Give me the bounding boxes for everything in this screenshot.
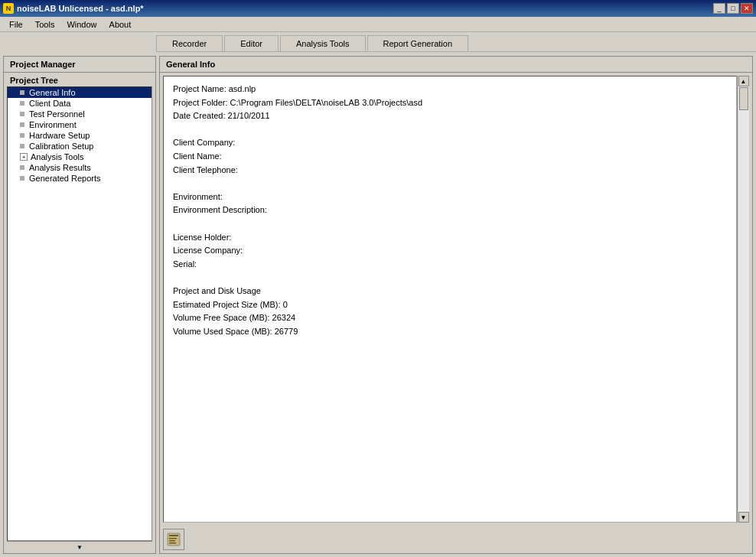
app-icon: N xyxy=(3,3,14,14)
info-line: Project and Disk Usage xyxy=(173,285,727,298)
title-text: noiseLAB Unlicensed - asd.nlp* xyxy=(17,4,144,13)
tree-dot-icon xyxy=(20,144,24,148)
content-area: Project Manager Project Tree General Inf… xyxy=(0,53,756,557)
right-panel: General Info Project Name: asd.nlpProjec… xyxy=(159,56,753,554)
title-left: N noiseLAB Unlicensed - asd.nlp* xyxy=(3,3,144,14)
tree-item[interactable]: Environment xyxy=(8,119,152,130)
info-line: License Holder: xyxy=(173,231,727,245)
info-line: Environment: xyxy=(173,191,727,204)
info-line: Project Name: asd.nlp xyxy=(173,83,727,96)
svg-rect-2 xyxy=(169,538,177,539)
title-buttons: _ □ ✕ xyxy=(713,3,753,14)
info-line: Client Company: xyxy=(173,136,727,150)
info-line: Serial: xyxy=(173,258,727,272)
tree-item-label: Client Data xyxy=(29,99,70,108)
info-line: Volume Used Space (MB): 26779 xyxy=(173,325,727,339)
info-line: License Company: xyxy=(173,244,727,258)
svg-rect-4 xyxy=(169,542,176,544)
info-line: Date Created: 21/10/2011 xyxy=(173,109,727,123)
properties-icon xyxy=(167,533,181,546)
general-info-title: General Info xyxy=(160,57,752,73)
close-button[interactable]: ✕ xyxy=(741,3,753,14)
info-content: Project Name: asd.nlpProject Folder: C:\… xyxy=(163,76,737,523)
scroll-down-btn[interactable]: ▼ xyxy=(738,512,749,523)
properties-button[interactable] xyxy=(163,529,184,550)
maximize-button[interactable]: □ xyxy=(727,3,739,14)
bottom-toolbar xyxy=(160,526,752,553)
info-line: Environment Description: xyxy=(173,204,727,217)
tree-item-label: Test Personnel xyxy=(29,109,85,119)
tree-dot-icon xyxy=(20,112,24,116)
info-line xyxy=(173,177,727,191)
svg-rect-1 xyxy=(169,535,178,536)
tree-item[interactable]: Calibration Setup xyxy=(8,141,152,151)
tab-editor[interactable]: Editor xyxy=(224,35,279,51)
tree-item[interactable]: +Analysis Tools xyxy=(8,151,152,162)
info-line xyxy=(173,123,727,137)
tree-item-label: General Info xyxy=(29,88,76,97)
menu-window[interactable]: Window xyxy=(60,18,103,31)
info-line: Client Telephone: xyxy=(173,164,727,178)
tree-dot-icon xyxy=(20,133,24,138)
tree-dot-icon xyxy=(20,101,24,106)
info-line: Estimated Project Size (MB): 0 xyxy=(173,298,727,312)
info-line: Client Name: xyxy=(173,150,727,164)
info-line xyxy=(173,271,727,285)
info-line: Volume Free Space (MB): 26324 xyxy=(173,311,727,325)
info-line xyxy=(173,217,727,231)
menu-about[interactable]: About xyxy=(103,18,138,31)
tree-item-label: Analysis Results xyxy=(29,163,91,172)
info-scrollbar[interactable]: ▲ ▼ xyxy=(737,76,749,523)
project-manager-header: Project Manager xyxy=(4,57,155,73)
scroll-thumb xyxy=(739,87,748,110)
tree-item[interactable]: Generated Reports xyxy=(8,173,152,184)
info-line: Project Folder: C:\Program Files\DELTA\n… xyxy=(173,96,727,110)
app: Recorder Editor Analysis Tools Report Ge… xyxy=(0,32,756,557)
minimize-button[interactable]: _ xyxy=(713,3,725,14)
project-tree-header: Project Tree xyxy=(4,73,155,86)
tree-item-label: Generated Reports xyxy=(29,174,101,183)
tree-container[interactable]: General InfoClient DataTest PersonnelEnv… xyxy=(7,86,152,541)
tree-item[interactable]: Client Data xyxy=(8,98,152,109)
tree-item[interactable]: Analysis Results xyxy=(8,162,152,173)
tree-dot-icon xyxy=(20,176,24,181)
title-bar: N noiseLAB Unlicensed - asd.nlp* _ □ ✕ xyxy=(0,0,756,17)
info-content-wrapper: Project Name: asd.nlpProject Folder: C:\… xyxy=(160,73,752,526)
left-panel: Project Manager Project Tree General Inf… xyxy=(3,56,156,554)
tree-scroll-bottom: ▼ xyxy=(7,541,152,553)
tree-item[interactable]: Hardware Setup xyxy=(8,130,152,141)
expand-icon[interactable]: + xyxy=(20,153,28,161)
tree-item-label: Hardware Setup xyxy=(29,131,90,140)
tree-item-label: Environment xyxy=(29,120,77,129)
svg-rect-3 xyxy=(169,540,175,542)
tab-report-generation[interactable]: Report Generation xyxy=(367,35,469,51)
tree-dot-icon xyxy=(20,90,24,95)
general-info-box: General Info Project Name: asd.nlpProjec… xyxy=(159,56,753,554)
scroll-up-btn[interactable]: ▲ xyxy=(738,76,749,86)
tree-item-label: Calibration Setup xyxy=(29,142,93,151)
tree-item[interactable]: General Info xyxy=(8,87,152,98)
menu-bar: File Tools Window About xyxy=(0,17,756,32)
scroll-track xyxy=(738,86,749,512)
tree-item[interactable]: Test Personnel xyxy=(8,109,152,119)
tree-item-label: Analysis Tools xyxy=(31,152,84,161)
menu-tools[interactable]: Tools xyxy=(29,18,61,31)
tree-dot-icon xyxy=(20,165,24,170)
menu-file[interactable]: File xyxy=(3,18,29,31)
tab-analysis-tools[interactable]: Analysis Tools xyxy=(280,35,366,51)
tree-dot-icon xyxy=(20,122,24,127)
tab-recorder[interactable]: Recorder xyxy=(156,35,223,51)
